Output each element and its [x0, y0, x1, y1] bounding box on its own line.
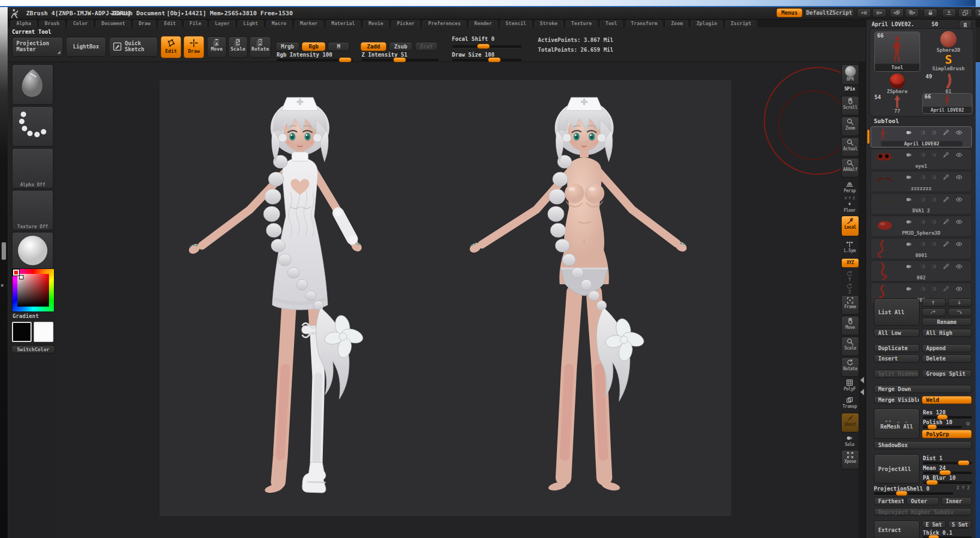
- list-all-button[interactable]: List All: [874, 298, 920, 326]
- uv-toggle-icon[interactable]: [919, 263, 927, 270]
- menu-layer[interactable]: Layer: [210, 20, 235, 28]
- all-high-button[interactable]: All High: [922, 329, 972, 337]
- zsub-button[interactable]: Zsub: [389, 42, 413, 51]
- menu-zscript[interactable]: Zscript: [725, 20, 757, 28]
- merge-down-button[interactable]: Merge Down: [874, 385, 972, 393]
- close-icon[interactable]: [975, 8, 980, 17]
- scroll-button[interactable]: Scroll: [841, 96, 859, 115]
- split-hidden-button[interactable]: Split Hidden: [874, 370, 920, 378]
- transp-button[interactable]: Transp: [841, 395, 858, 409]
- projection-axes-label[interactable]: X Y Z: [957, 486, 970, 491]
- paint-toggle-icon[interactable]: [942, 263, 950, 270]
- uv-toggle-icon[interactable]: [919, 174, 927, 181]
- frame-button[interactable]: Frame: [841, 295, 859, 315]
- lsym-button[interactable]: L.Sym: [841, 240, 858, 253]
- displacement-toggle-icon[interactable]: [930, 241, 938, 248]
- move-view-button[interactable]: Move: [841, 316, 859, 335]
- tool-item-sphere3d[interactable]: Sphere3D: [926, 31, 971, 53]
- menu-movie[interactable]: Movie: [363, 20, 389, 28]
- farthest-button[interactable]: Farthest: [874, 497, 904, 505]
- document-viewport[interactable]: [160, 80, 731, 516]
- dist-slider[interactable]: Dist 1: [923, 455, 972, 464]
- uv-toggle-icon[interactable]: [919, 129, 927, 136]
- append-button[interactable]: Append: [922, 344, 972, 352]
- next-document-icon[interactable]: [905, 8, 919, 17]
- menu-zoom[interactable]: Zoom: [665, 20, 688, 28]
- texture-thumbnail[interactable]: Texture Off: [12, 190, 53, 230]
- lock-icon[interactable]: [923, 8, 938, 17]
- bpr-button[interactable]: BPR: [841, 64, 859, 85]
- local-button[interactable]: Local: [841, 216, 859, 236]
- rgb-intensity-slider[interactable]: [277, 59, 353, 62]
- material-thumbnail[interactable]: SkinShade4: [12, 232, 53, 272]
- uv-toggle-icon[interactable]: [919, 151, 927, 158]
- focal-shift-slider[interactable]: [452, 45, 522, 48]
- z-axis-button[interactable]: Z: [841, 282, 858, 295]
- main-color-swatch[interactable]: [12, 322, 32, 342]
- groups-split-button[interactable]: Groups Split: [922, 370, 972, 378]
- subtool-row-april[interactable]: April LOVE02: [871, 126, 972, 148]
- paint-toggle-icon[interactable]: [942, 241, 950, 248]
- menu-render[interactable]: Render: [469, 20, 498, 28]
- subtool-row-002[interactable]: 002: [871, 260, 972, 282]
- y-axis-button[interactable]: Y: [841, 270, 858, 282]
- uv-toggle-icon[interactable]: [919, 196, 927, 203]
- menus-toggle-button[interactable]: Menus: [776, 8, 803, 17]
- project-all-button[interactable]: ProjectAll: [874, 454, 920, 484]
- visibility-toggle-icon[interactable]: [955, 241, 963, 248]
- scroll-right-icon[interactable]: [872, 8, 886, 17]
- stroke-thumbnail[interactable]: Dots: [12, 106, 53, 146]
- color-picker-cursor[interactable]: [19, 275, 23, 279]
- reproject-button[interactable]: Reproject Higher Subdiv: [874, 508, 972, 516]
- tool-item-april[interactable]: 66 April LOVE02: [922, 93, 972, 114]
- mean-slider[interactable]: Mean 24: [923, 465, 972, 474]
- tool-item-zsphere[interactable]: ZSphere: [874, 74, 920, 94]
- shadowbox-button[interactable]: ShadowBox: [874, 441, 972, 449]
- rotate-view-button[interactable]: Rotate: [841, 357, 859, 377]
- menu-edit[interactable]: Edit: [158, 20, 181, 28]
- remesh-all-button[interactable]: ◂▸ ⌄ ⌄ ReMesh All: [874, 408, 920, 439]
- thick-slider[interactable]: Thick 0.1: [923, 530, 972, 538]
- paint-toggle-icon[interactable]: [942, 196, 950, 203]
- menu-stroke[interactable]: Stroke: [535, 20, 564, 28]
- duplicate-button[interactable]: Duplicate: [874, 344, 920, 352]
- zcut-button[interactable]: Zcut: [415, 42, 438, 51]
- divider-arrow-icon[interactable]: [860, 377, 864, 383]
- displacement-toggle-icon[interactable]: [930, 263, 938, 270]
- zadd-button[interactable]: Zadd: [360, 42, 387, 51]
- scale-view-button[interactable]: Scale: [841, 337, 859, 356]
- divider-arrow-icon[interactable]: [860, 389, 864, 395]
- visibility-toggle-icon[interactable]: [955, 285, 963, 292]
- delete-button[interactable]: Delete: [922, 354, 972, 363]
- menu-picker[interactable]: Picker: [391, 20, 420, 28]
- polypaint-toggle-icon[interactable]: [905, 129, 913, 136]
- visibility-toggle-icon[interactable]: [955, 196, 963, 203]
- subtool-row-zzzzzzz[interactable]: zzzzzzz: [871, 171, 972, 192]
- menu-transform[interactable]: Transform: [626, 20, 663, 28]
- move-up-button[interactable]: [922, 298, 946, 307]
- default-zscript-button[interactable]: DefaultZScript: [804, 8, 854, 17]
- displacement-toggle-icon[interactable]: [930, 151, 938, 158]
- brush-thumbnail[interactable]: Move: [12, 64, 53, 105]
- menu-document[interactable]: Document: [96, 20, 130, 28]
- subtool-row-eye1[interactable]: eye1: [871, 149, 972, 170]
- menu-stencil[interactable]: Stencil: [500, 20, 532, 28]
- zoom-button[interactable]: Zoom: [841, 117, 859, 136]
- menu-tool[interactable]: Tool: [600, 20, 623, 28]
- polygrp-button[interactable]: PolyGrp: [922, 430, 972, 438]
- restore-icon[interactable]: [958, 8, 972, 17]
- polypaint-toggle-icon[interactable]: [905, 218, 913, 225]
- s-smt-toggle[interactable]: S Smt: [948, 521, 972, 528]
- draw-mode-button[interactable]: Draw: [183, 36, 204, 58]
- weld-button[interactable]: Weld: [922, 396, 972, 404]
- displacement-toggle-icon[interactable]: [930, 174, 938, 181]
- aahalf-button[interactable]: AAHalf: [841, 158, 859, 178]
- displacement-toggle-icon[interactable]: [930, 196, 938, 203]
- polypaint-toggle-icon[interactable]: [905, 285, 913, 292]
- insert-button[interactable]: Insert: [874, 354, 920, 363]
- uv-toggle-icon[interactable]: [919, 285, 927, 292]
- e-smt-toggle[interactable]: E Smt: [922, 521, 946, 528]
- switch-color-button[interactable]: SwitchColor: [11, 345, 55, 353]
- polish-circle-toggle[interactable]: [964, 420, 972, 427]
- menu-macro[interactable]: Macro: [266, 20, 292, 28]
